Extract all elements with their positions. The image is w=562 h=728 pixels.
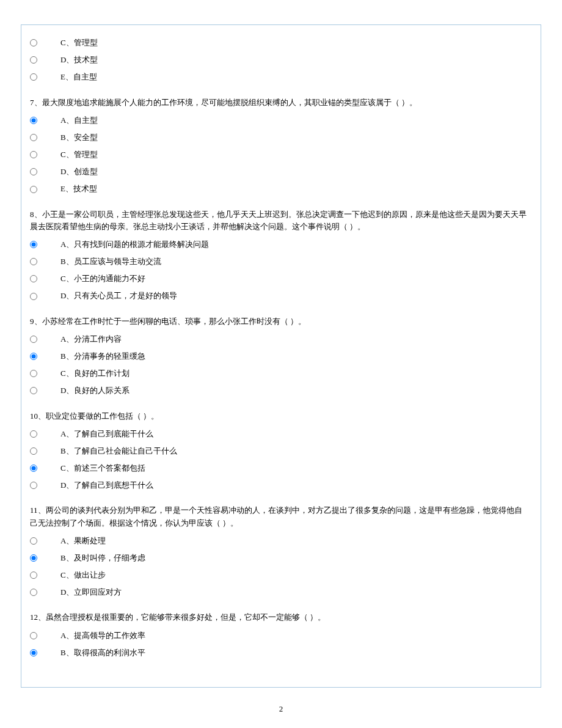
option-row: E、自主型: [30, 72, 530, 83]
question-7: 7、最大限度地追求能施展个人能力的工作环境，尽可能地摆脱组织束缚的人，其职业锚的…: [30, 97, 530, 195]
option-label: B、分清事务的轻重缓急: [60, 351, 530, 362]
option-row: C、管理型: [30, 37, 530, 48]
option-label: A、了解自己到底能干什么: [60, 428, 530, 439]
option-radio[interactable]: [30, 168, 37, 175]
option-radio[interactable]: [30, 482, 37, 489]
question-stem: 7、最大限度地追求能施展个人能力的工作环境，尽可能地摆脱组织束缚的人，其职业锚的…: [30, 97, 530, 109]
question-stem: 8、小王是一家公司职员，主管经理张总发现这些天，他几乎天天上班迟到。张总决定调查…: [30, 208, 530, 233]
question-stem: 11、两公司的谈判代表分别为甲和乙，甲是一个天性容易冲动的人，在谈判中，对方乙提…: [30, 504, 530, 529]
option-row: D、立即回应对方: [30, 587, 530, 598]
question-8: 8、小王是一家公司职员，主管经理张总发现这些天，他几乎天天上班迟到。张总决定调查…: [30, 208, 530, 302]
option-radio[interactable]: [30, 649, 37, 656]
question-9: 9、小苏经常在工作时忙于一些闲聊的电话、琐事，那么小张工作时没有（ ）。 A、分…: [30, 315, 530, 397]
option-label: B、安全型: [60, 132, 530, 143]
option-radio[interactable]: [30, 117, 37, 124]
question-stem: 9、小苏经常在工作时忙于一些闲聊的电话、琐事，那么小张工作时没有（ ）。: [30, 315, 530, 328]
option-radio[interactable]: [30, 134, 37, 141]
option-label: C、小王的沟通能力不好: [60, 273, 530, 284]
option-label: D、了解自己到底想干什么: [60, 480, 530, 491]
question-stem: 12、虽然合理授权是很重要的，它能够带来很多好处，但是，它却不一定能够（ ）。: [30, 611, 530, 623]
option-row: A、提高领导的工作效率: [30, 630, 530, 641]
option-radio[interactable]: [30, 336, 37, 343]
option-radio[interactable]: [30, 73, 37, 81]
option-row: E、技术型: [30, 183, 530, 194]
option-radio[interactable]: [30, 241, 37, 248]
option-row: D、创造型: [30, 166, 530, 177]
option-label: A、分清工作内容: [60, 334, 530, 345]
option-radio[interactable]: [30, 387, 37, 394]
option-label: D、只有关心员工，才是好的领导: [60, 290, 530, 301]
option-row: C、前述三个答案都包括: [30, 463, 530, 474]
option-label: B、了解自己社会能让自己干什么: [60, 446, 530, 457]
option-label: D、技术型: [60, 54, 530, 65]
content-frame: C、管理型 D、技术型 E、自主型 7、最大限度地追求能施展个人能力的工作环境，…: [21, 24, 541, 688]
option-row: A、只有找到问题的根源才能最终解决问题: [30, 239, 530, 250]
question-stem: 10、职业定位要做的工作包括（ ）。: [30, 410, 530, 422]
option-row: B、安全型: [30, 132, 530, 143]
option-label: D、良好的人际关系: [60, 385, 530, 396]
question-12: 12、虽然合理授权是很重要的，它能够带来很多好处，但是，它却不一定能够（ ）。 …: [30, 611, 530, 658]
option-label: B、及时叫停，仔细考虑: [60, 553, 530, 564]
option-radio[interactable]: [30, 447, 37, 455]
option-radio[interactable]: [30, 589, 37, 596]
option-row: C、良好的工作计划: [30, 368, 530, 379]
option-label: C、前述三个答案都包括: [60, 463, 530, 474]
option-label: B、取得很高的利润水平: [60, 647, 530, 658]
option-radio[interactable]: [30, 572, 37, 579]
option-row: B、员工应该与领导主动交流: [30, 256, 530, 267]
option-row: A、了解自己到底能干什么: [30, 428, 530, 439]
option-row: D、只有关心员工，才是好的领导: [30, 290, 530, 301]
option-label: A、只有找到问题的根源才能最终解决问题: [60, 239, 530, 250]
option-row: A、果断处理: [30, 535, 530, 546]
option-label: A、提高领导的工作效率: [60, 630, 530, 641]
option-label: E、自主型: [60, 72, 530, 83]
option-radio[interactable]: [30, 537, 37, 545]
option-label: E、技术型: [60, 183, 530, 194]
option-radio[interactable]: [30, 186, 37, 193]
question-11: 11、两公司的谈判代表分别为甲和乙，甲是一个天性容易冲动的人，在谈判中，对方乙提…: [30, 504, 530, 598]
option-radio[interactable]: [30, 430, 37, 438]
option-radio[interactable]: [30, 353, 37, 360]
page-number: 2: [0, 704, 562, 715]
option-label: A、果断处理: [60, 535, 530, 546]
option-radio[interactable]: [30, 275, 37, 282]
option-radio[interactable]: [30, 293, 37, 300]
option-row: B、及时叫停，仔细考虑: [30, 553, 530, 564]
question-10: 10、职业定位要做的工作包括（ ）。 A、了解自己到底能干什么 B、了解自己社会…: [30, 410, 530, 491]
option-radio[interactable]: [30, 258, 37, 265]
option-label: A、自主型: [60, 115, 530, 126]
option-radio[interactable]: [30, 370, 37, 377]
option-label: C、管理型: [60, 37, 530, 48]
option-label: D、创造型: [60, 166, 530, 177]
orphan-options-group: C、管理型 D、技术型 E、自主型: [30, 37, 530, 83]
option-row: B、了解自己社会能让自己干什么: [30, 446, 530, 457]
option-row: A、自主型: [30, 115, 530, 126]
option-radio[interactable]: [30, 56, 37, 64]
option-label: C、良好的工作计划: [60, 368, 530, 379]
option-row: C、管理型: [30, 149, 530, 160]
page-container: C、管理型 D、技术型 E、自主型 7、最大限度地追求能施展个人能力的工作环境，…: [0, 0, 562, 728]
option-radio[interactable]: [30, 39, 37, 46]
option-row: C、小王的沟通能力不好: [30, 273, 530, 284]
option-row: B、分清事务的轻重缓急: [30, 351, 530, 362]
option-radio[interactable]: [30, 554, 37, 562]
option-radio[interactable]: [30, 632, 37, 639]
option-row: D、了解自己到底想干什么: [30, 480, 530, 491]
option-label: B、员工应该与领导主动交流: [60, 256, 530, 267]
option-radio[interactable]: [30, 465, 37, 472]
option-radio[interactable]: [30, 151, 37, 158]
option-label: C、做出让步: [60, 570, 530, 581]
option-row: D、良好的人际关系: [30, 385, 530, 396]
option-label: C、管理型: [60, 149, 530, 160]
option-row: C、做出让步: [30, 570, 530, 581]
option-row: D、技术型: [30, 54, 530, 65]
option-label: D、立即回应对方: [60, 587, 530, 598]
option-row: A、分清工作内容: [30, 334, 530, 345]
option-row: B、取得很高的利润水平: [30, 647, 530, 658]
